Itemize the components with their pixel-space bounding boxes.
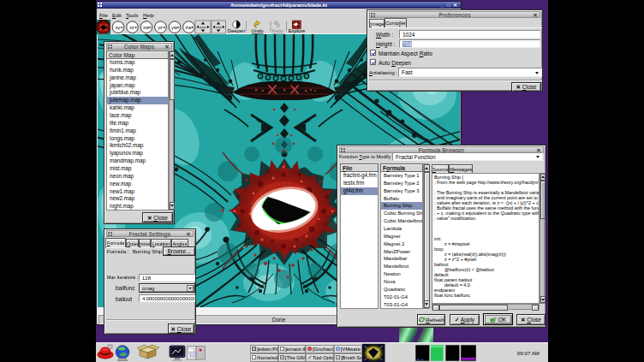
- svg-text:xz: xz: [129, 25, 134, 30]
- svg-text:wrp: wrp: [216, 25, 223, 29]
- svg-text:yz: yz: [158, 25, 163, 30]
- svg-text:Deepen: Deepen: [228, 28, 245, 33]
- svg-text:zw: zw: [186, 25, 193, 30]
- svg-text:Undo: Undo: [252, 28, 264, 33]
- svg-text:xy: xy: [116, 25, 121, 30]
- svg-text:Redo: Redo: [271, 28, 283, 33]
- svg-text:pan: pan: [200, 25, 206, 29]
- svg-text:09:07 AM: 09:07 AM: [517, 350, 540, 356]
- svg-text:Explore: Explore: [289, 28, 306, 33]
- svg-text:xw: xw: [143, 25, 150, 30]
- svg-text:yw: yw: [171, 25, 178, 30]
